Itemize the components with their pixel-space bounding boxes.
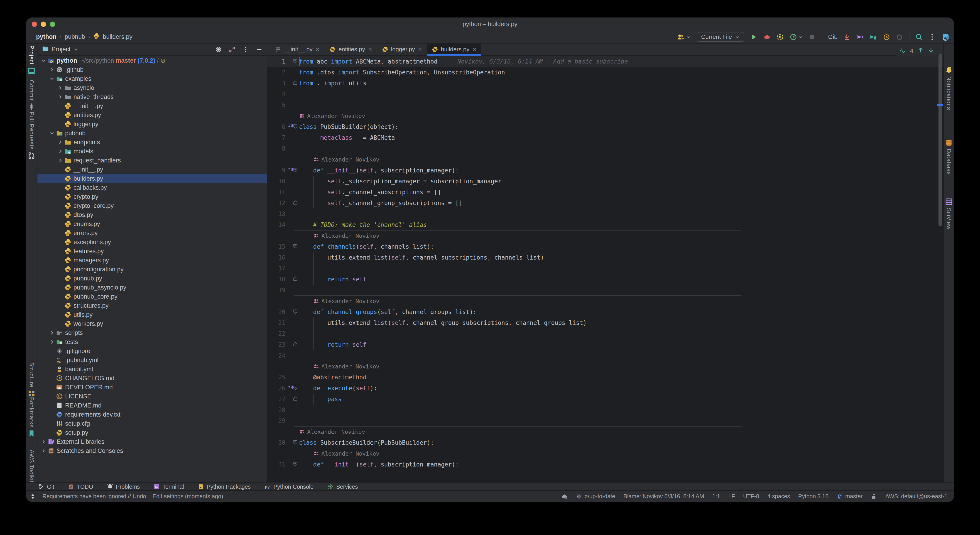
profiler-button[interactable] [790, 33, 803, 41]
tree-item-crypto_core.py[interactable]: crypto_core.py [37, 201, 267, 210]
status-item-python-3-10[interactable]: Python 3.10 [798, 493, 829, 500]
tree-chevron-right-icon[interactable] [40, 448, 48, 454]
tree-item-changelog.md[interactable]: CHANGELOG.md [37, 374, 267, 383]
tree-item-request_handlers[interactable]: request_handlers [37, 156, 267, 165]
tab-__init__.py[interactable]: __init__.py× [270, 43, 325, 55]
tree-item-callbacks.py[interactable]: callbacks.py [37, 183, 267, 192]
toolwindow-button-python-packages[interactable]: Python Packages [197, 484, 251, 490]
tree-item-entities.py[interactable]: entities.py [37, 110, 267, 119]
close-tab-icon[interactable]: × [316, 46, 320, 53]
fold-marker-icon[interactable] [293, 124, 298, 131]
tree-chevron-right-icon[interactable] [48, 67, 56, 73]
tree-item-__init__.py[interactable]: __init__.py [37, 102, 267, 110]
tree-item-structures.py[interactable]: structures.py [37, 301, 267, 310]
close-tab-icon[interactable]: × [418, 46, 422, 53]
tree-item-scripts[interactable]: scripts [37, 328, 267, 338]
tree-chevron-down-icon[interactable] [40, 57, 48, 64]
code-line-24[interactable]: 24 [267, 350, 944, 361]
tree-item-.gitignore[interactable]: .gitignore [37, 347, 267, 355]
status-item[interactable] [30, 493, 36, 500]
sidebar-item-commit[interactable]: Commit [26, 80, 37, 111]
tree-chevron-right-icon[interactable] [48, 330, 56, 336]
inspections-widget[interactable]: A4 [895, 45, 938, 56]
tree-item-native_threads[interactable]: native_threads [37, 92, 267, 102]
tree-item-.pubnub.yml[interactable]: YAML.pubnub.yml [37, 355, 267, 365]
project-panel-title[interactable]: Project [51, 46, 70, 53]
tree-item-errors.py[interactable]: errors.py [37, 228, 267, 237]
tree-chevron-right-icon[interactable] [40, 439, 48, 445]
tree-item-models[interactable]: models [37, 147, 267, 156]
sidebar-item-project[interactable]: Project [26, 45, 37, 75]
pycharm-logo-button[interactable] [942, 33, 950, 41]
fold-marker-icon[interactable] [293, 200, 298, 207]
code-line-26[interactable]: 26 def execute(self): [267, 383, 944, 394]
status-item-master[interactable]: master [837, 493, 862, 500]
code-editor[interactable]: 1from abc import ABCMeta, abstractmethod… [267, 56, 944, 482]
run-configuration-select[interactable]: Current File [697, 32, 744, 42]
git-commit-push-button[interactable] [870, 33, 877, 41]
tree-item-logger.py[interactable]: logger.py [37, 119, 267, 129]
tree-chevron-right-icon[interactable] [56, 94, 64, 100]
code-line-13[interactable]: 13 [267, 209, 944, 220]
tree-chevron-right-icon[interactable] [56, 85, 64, 91]
title-bar[interactable]: python – builders.py [26, 18, 954, 30]
collapse-all-button[interactable] [229, 46, 235, 53]
code-line-10[interactable]: 10 self._subscription_manager = subscrip… [267, 176, 944, 187]
tree-item-crypto.py[interactable]: crypto.py [37, 192, 267, 201]
status-item-lock[interactable] [871, 493, 877, 500]
tab-entities.py[interactable]: entities.py× [325, 43, 377, 55]
sidebar-item-bookmarks[interactable]: Bookmarks [26, 397, 37, 438]
local-history-button[interactable] [883, 33, 890, 41]
tree-item-builders.py[interactable]: builders.py [37, 174, 267, 183]
tree-item-managers.py[interactable]: managers.py [37, 256, 267, 265]
toolwindow-button-todo[interactable]: TODO [68, 484, 93, 490]
code-line-5[interactable]: 5 [267, 100, 944, 110]
tree-item-pubnub_asyncio.py[interactable]: pubnub_asyncio.py [37, 283, 267, 292]
close-tab-icon[interactable]: × [473, 46, 476, 53]
tree-item-requirements-dev.txt[interactable]: requirements-dev.txt [37, 410, 267, 419]
git-update-button[interactable] [843, 33, 851, 41]
fold-marker-icon[interactable] [293, 439, 298, 446]
tab-builders.py[interactable]: builders.py× [427, 43, 481, 55]
toolwindow-button-terminal[interactable]: Terminal [153, 484, 184, 490]
code-line-11[interactable]: 11 self._channel_subscriptions = [] [267, 187, 944, 197]
tree-item-asyncio[interactable]: asyncio [37, 83, 267, 92]
tree-item-__init__.py[interactable]: __init__.py [37, 165, 267, 174]
code-line-7[interactable]: 7 __metaclass__ = ABCMeta [267, 132, 944, 143]
code-line-3[interactable]: 3from . import utils [267, 78, 944, 89]
tree-item-enums.py[interactable]: enums.py [37, 220, 267, 228]
prev-problem-icon[interactable] [917, 47, 924, 55]
code-line-9[interactable]: 9 def __init__(self, subscription_manage… [267, 165, 944, 176]
tree-item-setup.py[interactable]: setup.py [37, 428, 267, 437]
code-line-29[interactable]: 29 [267, 416, 944, 426]
fold-marker-icon[interactable] [293, 461, 298, 468]
tree-item-pubnub[interactable]: pubnub [37, 129, 267, 138]
locate-file-button[interactable] [215, 46, 222, 53]
fold-marker-icon[interactable] [293, 396, 298, 403]
code-line-28[interactable]: 28 [267, 404, 944, 416]
tree-item-license[interactable]: CLICENSE [37, 392, 267, 401]
typos-indicator-icon[interactable]: A [899, 47, 906, 55]
tree-item-tests[interactable]: tests [37, 338, 267, 347]
code-line-2[interactable]: 2from .dtos import SubscribeOperation, U… [267, 67, 944, 78]
sidebar-item-pull-requests[interactable]: Pull Requests [26, 111, 37, 159]
code-line-19[interactable]: 19 [267, 285, 944, 296]
status-item--up-to-date[interactable]: ø/up-to-date [576, 493, 615, 500]
code-line-17[interactable]: 17 [267, 263, 944, 274]
next-problem-icon[interactable] [928, 47, 934, 55]
tree-item-.github[interactable]: .github [37, 65, 267, 74]
sidebar-item-notifications[interactable]: Notifications [944, 66, 954, 110]
code-line-31[interactable]: 31 def __init__(self, subscription_manag… [267, 459, 944, 470]
rollback-button[interactable] [896, 33, 903, 41]
user-menu-button[interactable] [677, 33, 691, 41]
fold-marker-icon[interactable] [293, 167, 298, 174]
tab-logger.py[interactable]: logger.py× [377, 43, 427, 55]
run-button[interactable] [750, 33, 757, 41]
tree-item-pubnub.py[interactable]: pubnub.py [37, 274, 267, 283]
editor-scrollbar[interactable] [939, 54, 942, 226]
git-push-button[interactable] [856, 33, 864, 41]
code-line-14[interactable]: 14 # TODO: make the 'channel' alias [267, 220, 944, 230]
toolwindow-button-services[interactable]: Services [327, 484, 358, 490]
tree-item-features.py[interactable]: features.py [37, 247, 267, 256]
toolwindow-button-git[interactable]: Git [38, 484, 54, 490]
